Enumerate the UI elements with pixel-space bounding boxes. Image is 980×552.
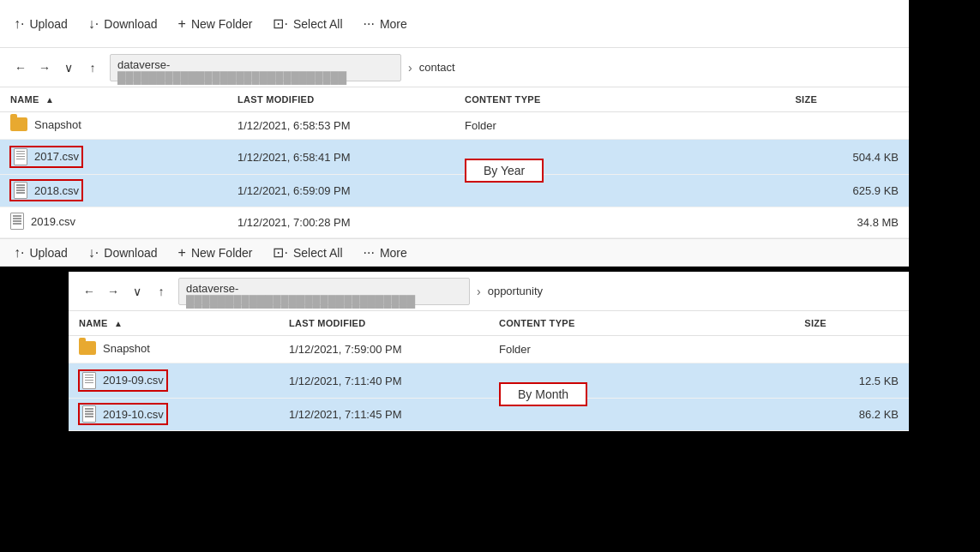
table-row[interactable]: Snapshot 1/12/2021, 6:58:53 PM Folder — [0, 112, 909, 140]
new-folder-button[interactable]: + New Folder — [178, 16, 253, 32]
toolbar-1: ↑· Upload ↓· Download + New Folder ⊡· Se… — [0, 0, 909, 48]
table-row[interactable]: 2018.csv 1/12/2021, 6:59:09 PM 625.9 KB — [0, 175, 909, 207]
inline-more-button[interactable]: ··· More — [364, 245, 407, 261]
file-name: 2019.csv — [31, 215, 75, 228]
file-name: 2019-09.csv — [103, 374, 164, 387]
file-modified-cell: 1/12/2021, 7:00:28 PM — [227, 207, 454, 238]
file-modified-cell: 1/12/2021, 7:11:40 PM — [279, 363, 489, 399]
select-all-icon: ⊡· — [273, 15, 287, 32]
table-row[interactable]: 2019-09.csv 1/12/2021, 7:11:40 PM By Mon… — [69, 363, 909, 399]
doc-icon — [14, 148, 27, 165]
col-header-modified-2: LAST MODIFIED — [279, 311, 489, 336]
file-name-cell: 2019.csv — [0, 207, 227, 238]
up-button-2[interactable]: ↑ — [151, 281, 171, 302]
file-icon-201910: 2019-10.csv — [79, 404, 167, 424]
path-field-2[interactable]: dataverse-█████████████████████████████ — [178, 278, 470, 305]
doc-icon — [82, 372, 96, 389]
doc-icon — [10, 213, 24, 230]
panel-2: ← → ∨ ↑ dataverse-██████████████████████… — [69, 272, 909, 431]
inline-download-label: Download — [104, 246, 157, 260]
inline-new-folder-button[interactable]: + New Folder — [178, 245, 253, 261]
file-size-cell — [785, 112, 909, 140]
select-all-button[interactable]: ⊡· Select All — [273, 15, 342, 32]
doc-icon — [14, 182, 27, 199]
inline-new-folder-icon: + — [178, 245, 186, 261]
down-button[interactable]: ∨ — [58, 57, 79, 78]
table-row[interactable]: 2019-10.csv 1/12/2021, 7:11:45 PM 86.2 K… — [69, 399, 909, 431]
file-name-cell: 2017.csv — [0, 140, 227, 175]
address-input-2: dataverse-█████████████████████████████ … — [178, 278, 899, 305]
inline-select-all-button[interactable]: ⊡· Select All — [273, 244, 342, 261]
file-name-cell: 2018.csv — [0, 175, 227, 207]
file-size-cell — [794, 336, 909, 363]
file-icon-2018: 2018.csv — [10, 180, 82, 201]
col-header-name-2[interactable]: NAME ▲ — [69, 311, 279, 336]
folder-icon — [10, 117, 27, 131]
back-button[interactable]: ← — [10, 57, 31, 78]
file-type-cell: Folder — [489, 336, 794, 363]
table-row[interactable]: Snapshot 1/12/2021, 7:59:00 PM Folder — [69, 336, 909, 363]
file-modified-cell: 1/12/2021, 6:59:09 PM — [227, 175, 454, 207]
download-button[interactable]: ↓· Download — [88, 16, 158, 32]
file-icon-2017: 2017.csv — [10, 147, 82, 167]
file-name: 2019-10.csv — [103, 408, 164, 421]
col-header-name-1[interactable]: NAME ▲ — [0, 87, 227, 112]
file-name-cell: 2019-09.csv — [69, 363, 279, 399]
file-modified-cell: 1/12/2021, 6:58:41 PM — [227, 140, 454, 175]
inline-download-button[interactable]: ↓· Download — [88, 245, 158, 261]
file-name-cell: Snapshot — [69, 336, 279, 363]
path-field-1[interactable]: dataverse-█████████████████████████████ — [110, 54, 401, 81]
file-name: Snapshot — [34, 118, 81, 131]
inline-select-all-icon: ⊡· — [273, 244, 287, 261]
more-button[interactable]: ··· More — [364, 16, 407, 32]
table-row[interactable]: 2019.csv 1/12/2021, 7:00:28 PM 34.8 MB — [0, 207, 909, 238]
table-row[interactable]: 2017.csv 1/12/2021, 6:58:41 PM By Year 5… — [0, 140, 909, 175]
sort-arrow-name-1: ▲ — [45, 95, 54, 105]
inline-select-all-label: Select All — [293, 246, 343, 260]
file-table-2: NAME ▲ LAST MODIFIED CONTENT TYPE SIZE S… — [69, 311, 909, 431]
new-folder-label: New Folder — [191, 17, 253, 31]
file-modified-cell: 1/12/2021, 6:58:53 PM — [227, 112, 454, 140]
folder-icon — [79, 341, 96, 355]
address-bar-1: ← → ∨ ↑ dataverse-██████████████████████… — [0, 48, 909, 87]
upload-button[interactable]: ↑· Upload — [14, 16, 68, 32]
file-name: Snapshot — [103, 342, 150, 355]
file-icon-snapshot: Snapshot — [10, 117, 81, 131]
file-size-cell: 34.8 MB — [785, 207, 909, 238]
down-button-2[interactable]: ∨ — [127, 281, 147, 302]
file-modified-cell: 1/12/2021, 7:59:00 PM — [279, 336, 489, 363]
forward-button[interactable]: → — [34, 57, 55, 78]
inline-toolbar-1: ↑· Upload ↓· Download + New Folder ⊡· Se… — [0, 238, 909, 267]
file-table-1: NAME ▲ LAST MODIFIED CONTENT TYPE SIZE S… — [0, 87, 909, 238]
inline-more-icon: ··· — [364, 245, 375, 261]
more-icon: ··· — [364, 16, 375, 32]
file-type-cell: By Month — [489, 363, 794, 399]
download-icon: ↓· — [88, 16, 99, 32]
file-name: 2018.csv — [34, 184, 79, 197]
address-input-1: dataverse-█████████████████████████████ … — [110, 54, 899, 81]
file-modified-cell: 1/12/2021, 7:11:45 PM — [279, 399, 489, 431]
forward-button-2[interactable]: → — [103, 281, 123, 302]
col-header-modified-1: LAST MODIFIED — [227, 87, 454, 112]
back-button-2[interactable]: ← — [79, 281, 99, 302]
file-name-cell: Snapshot — [0, 112, 227, 140]
up-button[interactable]: ↑ — [82, 57, 103, 78]
file-size-cell: 625.9 KB — [785, 175, 909, 207]
col-header-size-1: SIZE — [785, 87, 909, 112]
path-chevron-1: › — [408, 61, 412, 75]
inline-upload-button[interactable]: ↑· Upload — [14, 245, 68, 261]
file-size-cell: 86.2 KB — [794, 399, 909, 431]
inline-upload-icon: ↑· — [14, 245, 24, 261]
file-type-cell: By Year — [454, 140, 785, 175]
file-size-cell: 504.4 KB — [785, 140, 909, 175]
panel-divider — [0, 267, 909, 270]
inline-download-icon: ↓· — [88, 245, 99, 261]
panel-1: ↑· Upload ↓· Download + New Folder ⊡· Se… — [0, 0, 909, 267]
file-size-cell: 12.5 KB — [794, 363, 909, 399]
upload-label: Upload — [29, 17, 67, 31]
download-label: Download — [104, 17, 157, 31]
file-type-cell: Folder — [454, 112, 785, 140]
by-month-label: By Month — [499, 382, 587, 406]
path-folder-2: opportunity — [488, 285, 543, 297]
select-all-label: Select All — [293, 17, 343, 31]
